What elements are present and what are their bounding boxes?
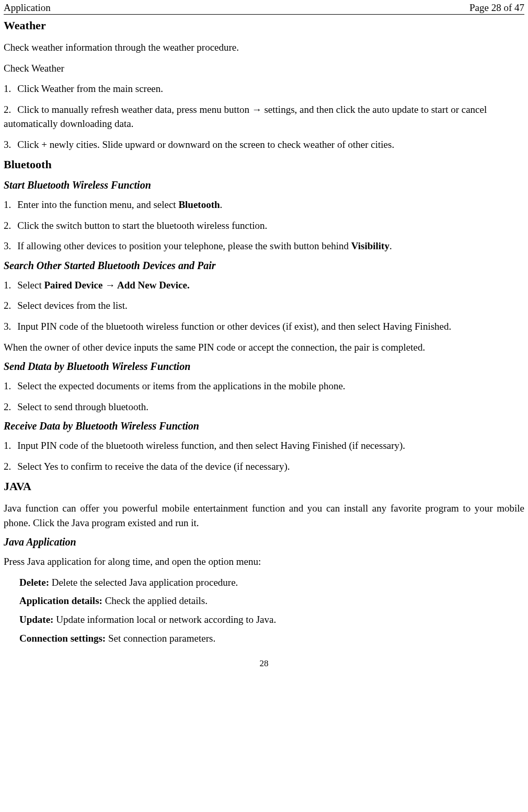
weather-step-1: 1.Click Weather from the main screen. [4,82,524,96]
weather-step-2: 2.Click to manually refresh weather data… [4,102,524,131]
option-label: Update: [19,614,56,625]
option-desc: Set connection parameters. [108,633,215,644]
java-app-intro: Press Java application for along time, a… [4,554,524,569]
list-text: Select Yes to confirm to receive the dat… [17,461,290,472]
weather-step-3: 3.Click + newly cities. Slide upward or … [4,137,524,152]
list-number: 2. [4,401,11,412]
page-header: Application Page 28 of 47 [4,0,524,15]
list-text: . [389,240,392,251]
option-label: Connection settings: [19,633,108,644]
header-page-info: Page 28 of 47 [469,2,524,14]
bt-search-step-2: 2.Select devices from the list. [4,298,524,313]
java-option-details: Application details: Check the applied d… [19,594,524,608]
bt-start-step-2: 2.Click the switch button to start the b… [4,218,524,233]
list-text: Click + newly cities. Slide upward or do… [17,139,394,150]
bt-search-step-1: 1.Select Paired Device → Add New Device. [4,278,524,293]
list-text: Click the switch button to start the blu… [17,220,267,231]
java-option-update: Update: Update information local or netw… [19,612,524,627]
java-intro: Java function can offer you powerful mob… [4,501,524,530]
page-number: 28 [260,658,269,668]
java-option-delete: Delete: Delete the selected Java applica… [19,575,524,590]
weather-subtitle: Check Weather [4,61,524,76]
option-desc: Check the applied details. [105,595,208,606]
bt-recv-step-2: 2.Select Yes to confirm to receive the d… [4,459,524,474]
option-desc: Update information local or network acco… [56,614,276,625]
list-text: Select to send through bluetooth. [17,401,148,412]
bold-term: Paired Device → Add New Device. [44,280,189,291]
list-number: 1. [4,380,11,391]
list-text: Click to manually refresh weather data, … [4,104,487,130]
bt-start-step-3: 3.If allowing other devices to position … [4,239,524,253]
bold-term: Visibility [351,240,389,251]
list-number: 2. [4,220,11,231]
list-number: 1. [4,199,11,210]
header-title: Application [4,2,51,14]
list-number: 3. [4,240,11,251]
list-text: If allowing other devices to position yo… [17,240,351,251]
list-number: 1. [4,440,11,451]
list-text: Click Weather from the main screen. [17,83,163,94]
section-heading-bluetooth: Bluetooth [4,158,524,171]
option-desc: Delete the selected Java application pro… [52,577,238,588]
sub-heading-bt-search: Search Other Started Bluetooth Devices a… [4,260,524,272]
sub-heading-bt-send: Send Dtata by Bluetooth Wireless Functio… [4,361,524,373]
list-number: 2. [4,104,11,115]
list-text: Input PIN code of the bluetooth wireless… [17,440,405,451]
list-number: 3. [4,139,11,150]
java-option-connection: Connection settings: Set connection para… [19,631,524,646]
sub-heading-bt-receive: Receive Data by Bluetooth Wireless Funct… [4,420,524,432]
section-heading-java: JAVA [4,480,524,493]
bt-search-step-3: 3.Input PIN code of the bluetooth wirele… [4,319,524,334]
list-number: 2. [4,300,11,311]
sub-heading-java-app: Java Application [4,536,524,548]
list-number: 1. [4,83,11,94]
bt-start-step-1: 1.Enter into the function menu, and sele… [4,198,524,212]
list-text: Enter into the function menu, and select [17,199,178,210]
list-number: 2. [4,461,11,472]
list-text: Select [17,280,44,291]
list-text: Select devices from the list. [17,300,128,311]
option-label: Application details: [19,595,105,606]
list-text: Select the expected documents or items f… [17,380,345,391]
bt-recv-step-1: 1.Input PIN code of the bluetooth wirele… [4,438,524,453]
section-heading-weather: Weather [4,19,524,32]
bt-send-step-1: 1.Select the expected documents or items… [4,379,524,393]
page-footer: 28 [4,658,524,674]
list-number: 3. [4,321,11,332]
bold-term: Bluetooth [178,199,220,210]
bt-search-note: When the owner of other device inputs th… [4,340,524,355]
sub-heading-bt-start: Start Bluetooth Wireless Function [4,179,524,191]
list-text: . [220,199,223,210]
option-label: Delete: [19,577,52,588]
bt-send-step-2: 2.Select to send through bluetooth. [4,400,524,414]
page-content: Weather Check weather information throug… [4,19,524,645]
list-number: 1. [4,280,11,291]
weather-intro: Check weather information through the we… [4,40,524,55]
list-text: Input PIN code of the bluetooth wireless… [17,321,451,332]
